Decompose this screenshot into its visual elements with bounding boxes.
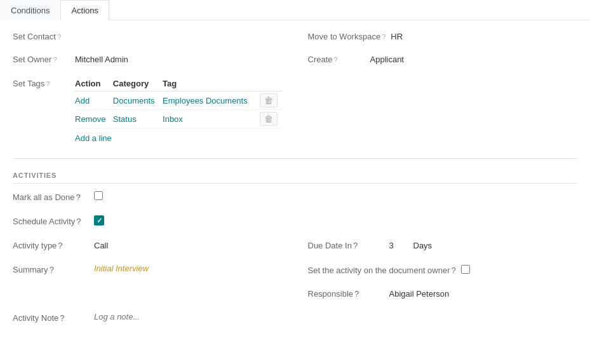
tab-conditions[interactable]: Conditions — [0, 0, 60, 20]
mark-all-done-row: Mark all as Done ? — [13, 191, 283, 209]
tag-row-tag[interactable]: Employees Documents — [163, 91, 258, 110]
delete-icon[interactable]: 🗑 — [260, 112, 278, 126]
mark-all-done-help-icon[interactable]: ? — [76, 192, 81, 202]
tag-row-category[interactable]: Documents — [113, 91, 163, 110]
table-row: AddDocumentsEmployees Documents🗑 — [75, 91, 283, 110]
schedule-activity-checkbox-wrap[interactable] — [94, 215, 104, 226]
summary-help-icon[interactable]: ? — [50, 265, 54, 274]
main-content: Set Contact ? Set Owner ? Mitchell Admin… — [0, 20, 590, 340]
set-activity-owner-checkbox-wrap — [461, 264, 470, 274]
create-label: Create ? — [308, 53, 365, 64]
tags-table: Action Category Tag AddDocumentsEmployee… — [75, 76, 283, 128]
summary-input[interactable] — [94, 264, 201, 273]
create-value: Applicant — [370, 53, 404, 64]
schedule-activity-checkbox[interactable] — [94, 215, 104, 226]
mark-all-done-label: Mark all as Done ? — [13, 191, 89, 202]
summary-label: Summary ? — [13, 264, 89, 274]
create-field: Create ? Applicant — [308, 53, 578, 71]
due-date-help-icon[interactable]: ? — [353, 241, 358, 250]
move-to-workspace-value: HR — [391, 30, 403, 41]
set-owner-field: Set Owner ? Mitchell Admin — [13, 53, 283, 71]
activities-section-header: ACTIVITIES — [13, 172, 577, 184]
mark-all-done-checkbox[interactable] — [94, 191, 103, 200]
create-help-icon[interactable]: ? — [334, 56, 338, 64]
tab-bar: Conditions Actions — [0, 0, 590, 20]
responsible-row: Responsible ? Abigail Peterson — [308, 288, 578, 306]
tag-row-delete[interactable]: 🗑 — [258, 110, 282, 128]
move-to-workspace-field: Move to Workspace ? HR — [308, 30, 578, 48]
activity-type-row: Activity type ? Call — [13, 239, 283, 257]
table-row: RemoveStatusInbox🗑 — [75, 110, 283, 128]
activity-note-input[interactable] — [94, 312, 201, 321]
responsible-label: Responsible ? — [308, 288, 384, 299]
set-tags-label: Set Tags ? — [13, 76, 70, 88]
col-category: Category — [113, 76, 163, 91]
set-tags-help-icon[interactable]: ? — [46, 80, 50, 88]
tag-row-action[interactable]: Remove — [75, 110, 113, 128]
due-date-value-row: 3 Days — [389, 239, 432, 250]
due-date-label: Due Date In ? — [308, 239, 384, 250]
set-tags-field: Set Tags ? Action Category Tag — [13, 76, 283, 145]
activity-note-help-icon[interactable]: ? — [60, 313, 64, 323]
set-owner-help-icon[interactable]: ? — [53, 56, 57, 64]
schedule-activity-help-icon[interactable]: ? — [76, 217, 81, 226]
tag-row-category[interactable]: Status — [113, 110, 163, 128]
responsible-placeholder — [13, 288, 283, 306]
tags-table-container: Action Category Tag AddDocumentsEmployee… — [75, 76, 283, 145]
section-divider-1 — [13, 158, 577, 159]
mark-all-done-checkbox-wrap — [94, 191, 103, 200]
col-action: Action — [75, 76, 113, 91]
set-contact-field: Set Contact ? — [13, 30, 283, 48]
activity-note-label: Activity Note ? — [13, 312, 89, 323]
tab-actions[interactable]: Actions — [60, 0, 109, 20]
responsible-help-icon[interactable]: ? — [354, 289, 359, 299]
tag-row-delete[interactable]: 🗑 — [258, 91, 282, 110]
activity-note-row: Activity Note ? — [13, 312, 577, 330]
move-to-workspace-label: Move to Workspace ? — [308, 30, 386, 41]
set-owner-value: Mitchell Admin — [75, 53, 128, 64]
due-date-number: 3 — [389, 239, 408, 250]
set-owner-label: Set Owner ? — [13, 53, 70, 64]
due-date-row: Due Date In ? 3 Days — [308, 239, 578, 257]
delete-icon[interactable]: 🗑 — [260, 93, 278, 107]
schedule-activity-label: Schedule Activity ? — [13, 215, 89, 226]
activity-type-value: Call — [94, 239, 108, 250]
activity-type-label: Activity type ? — [13, 239, 89, 250]
set-activity-owner-label: Set the activity on the document owner ? — [308, 264, 456, 276]
tag-row-action[interactable]: Add — [75, 91, 113, 110]
add-line-button[interactable]: Add a line — [75, 131, 112, 145]
set-activity-owner-checkbox[interactable] — [461, 265, 470, 274]
col-tag: Tag — [163, 76, 258, 91]
responsible-value: Abigail Peterson — [389, 288, 450, 299]
set-contact-help-icon[interactable]: ? — [57, 33, 61, 41]
move-workspace-help-icon[interactable]: ? — [382, 33, 386, 41]
due-date-unit: Days — [413, 239, 432, 250]
activity-type-help-icon[interactable]: ? — [58, 241, 62, 250]
activities-form: Mark all as Done ? Schedule Activity ? A — [13, 191, 577, 330]
set-activity-owner-row: Set the activity on the document owner ? — [308, 264, 578, 281]
schedule-activity-row: Schedule Activity ? — [13, 215, 283, 233]
summary-row: Summary ? — [13, 264, 283, 281]
tag-row-tag[interactable]: Inbox — [163, 110, 258, 128]
set-contact-label: Set Contact ? — [13, 30, 70, 41]
set-activity-owner-help-icon[interactable]: ? — [452, 265, 456, 276]
